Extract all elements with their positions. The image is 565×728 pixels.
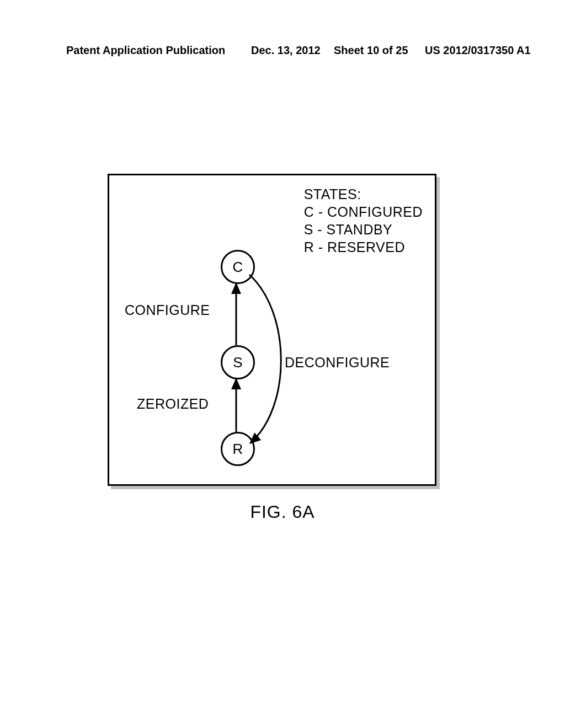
node-reserved: R <box>221 432 255 466</box>
node-r-label: R <box>233 441 243 458</box>
header-sheet: Sheet 10 of 25 <box>334 44 408 57</box>
figure-label: FIG. 6A <box>0 502 565 522</box>
legend-r: R - RESERVED <box>304 238 423 256</box>
edge-label-zeroized: ZEROIZED <box>137 396 209 412</box>
node-standby: S <box>221 345 255 379</box>
header-publication: Patent Application Publication <box>66 44 225 57</box>
legend: STATES: C - CONFIGURED S - STANDBY R - R… <box>304 185 423 256</box>
page: Patent Application Publication Dec. 13, … <box>0 0 565 728</box>
state-diagram-box: STATES: C - CONFIGURED S - STANDBY R - R… <box>108 174 436 486</box>
legend-s: S - STANDBY <box>304 221 423 238</box>
header-appnum: US 2012/0317350 A1 <box>425 44 531 57</box>
header-date: Dec. 13, 2012 <box>251 44 321 57</box>
edge-label-deconfigure: DECONFIGURE <box>285 355 390 371</box>
node-c-label: C <box>233 259 243 276</box>
legend-title: STATES: <box>304 185 423 203</box>
node-configured: C <box>221 250 255 284</box>
legend-c: C - CONFIGURED <box>304 203 423 221</box>
edge-label-configure: CONFIGURE <box>125 302 210 318</box>
node-s-label: S <box>233 354 242 371</box>
